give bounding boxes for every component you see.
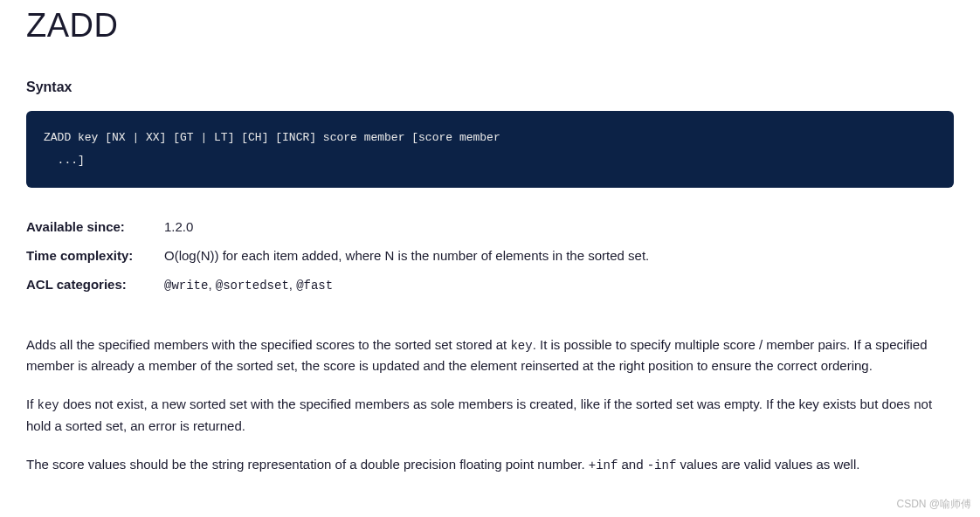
inline-code: +inf (589, 458, 618, 472)
description-paragraph: The score values should be the string re… (26, 454, 954, 475)
page-title: ZADD (26, 7, 954, 45)
meta-value-acl: @write, @sortedset, @fast (164, 277, 333, 293)
acl-tag: @fast (296, 279, 333, 293)
description-paragraph: If key does not exist, a new sorted set … (26, 394, 954, 436)
meta-row-available-since: Available since: 1.2.0 (26, 212, 954, 241)
inline-code: key (510, 339, 532, 353)
acl-tag: @sortedset (216, 279, 289, 293)
meta-row-time-complexity: Time complexity: O(log(N)) for each item… (26, 241, 954, 270)
meta-label: Available since: (26, 219, 164, 234)
meta-label: ACL categories: (26, 277, 164, 293)
meta-label: Time complexity: (26, 248, 164, 263)
inline-code: key (38, 398, 59, 412)
description-paragraph: Adds all the specified members with the … (26, 334, 954, 376)
syntax-code-block: ZADD key [NX | XX] [GT | LT] [CH] [INCR]… (26, 111, 954, 188)
meta-row-acl-categories: ACL categories: @write, @sortedset, @fas… (26, 270, 954, 300)
acl-tag: @write (164, 279, 208, 293)
description: Adds all the specified members with the … (26, 334, 954, 475)
syntax-heading: Syntax (26, 79, 954, 95)
inline-code: -inf (647, 458, 677, 472)
meta-value: 1.2.0 (164, 219, 193, 234)
meta-table: Available since: 1.2.0 Time complexity: … (26, 212, 954, 300)
meta-value: O(log(N)) for each item added, where N i… (164, 248, 649, 263)
